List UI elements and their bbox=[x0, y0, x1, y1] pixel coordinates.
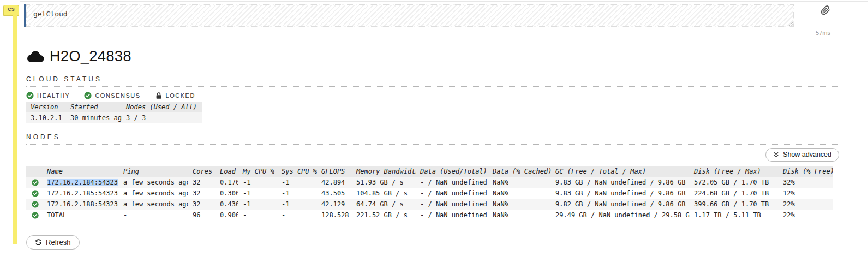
node-gc: 29.49 GB / NaN undefined / 29.58 GB bbox=[551, 210, 690, 221]
node-load: 0.430 bbox=[215, 199, 238, 210]
nodes-heading: NODES bbox=[26, 133, 840, 145]
node-my-cpu: -1 bbox=[238, 177, 277, 188]
nodes-col-disk-free: Disk (% Free) bbox=[779, 166, 833, 177]
nodes-table: Name Ping Cores Load My CPU % Sys CPU % … bbox=[26, 166, 833, 221]
node-mem-bw: 104.85 GB / s bbox=[352, 188, 416, 199]
nodes-col-load: Load bbox=[215, 166, 238, 177]
node-data: - / NaN undefined bbox=[416, 188, 488, 199]
node-disk-free: 32% bbox=[779, 177, 833, 188]
refresh-button[interactable]: Refresh bbox=[26, 235, 80, 250]
node-mem-bw: 221.52 GB / s bbox=[352, 210, 416, 221]
show-advanced-label: Show advanced bbox=[783, 151, 831, 159]
check-circle-icon bbox=[32, 212, 39, 219]
node-cores: 32 bbox=[188, 188, 215, 199]
node-disk: 572.05 GB / 1.70 TB bbox=[690, 177, 779, 188]
node-load: 0.900 bbox=[215, 210, 238, 221]
node-my-cpu: -1 bbox=[238, 188, 277, 199]
node-gc: 9.83 GB / NaN undefined / 9.86 GB bbox=[551, 177, 690, 188]
active-cell-indicator bbox=[13, 15, 17, 244]
cloud-summary-table: Version Started Nodes (Used / All) 3.10.… bbox=[26, 102, 202, 123]
check-circle-icon bbox=[32, 190, 39, 197]
refresh-icon bbox=[35, 239, 42, 246]
table-row: 172.16.2.185:54323 a few seconds ago 32 … bbox=[26, 188, 833, 199]
node-my-cpu: -1 bbox=[238, 199, 277, 210]
chevron-double-down-icon bbox=[773, 152, 779, 158]
node-name: 172.16.2.185:54323 bbox=[47, 189, 118, 197]
badge-label: CONSENSUS bbox=[95, 92, 140, 99]
node-disk-free: 22% bbox=[779, 210, 833, 221]
node-sys-cpu: -1 bbox=[277, 177, 317, 188]
node-mem-bw: 51.93 GB / s bbox=[352, 177, 416, 188]
node-disk: 399.66 GB / 1.70 TB bbox=[690, 199, 779, 210]
node-load: 0.300 bbox=[215, 188, 238, 199]
node-disk: 1.17 TB / 5.11 TB bbox=[690, 210, 779, 221]
node-my-cpu: - bbox=[238, 210, 277, 221]
nodes-col-data-cached: Data (% Cached) bbox=[488, 166, 551, 177]
node-data-cached: NaN% bbox=[488, 177, 551, 188]
summary-col-started: Started bbox=[66, 102, 122, 112]
node-data-cached: NaN% bbox=[488, 199, 551, 210]
node-data: - / NaN undefined bbox=[416, 199, 488, 210]
node-gflops: 43.505 bbox=[317, 188, 352, 199]
execution-time: 57ms bbox=[26, 29, 840, 36]
cloud-title-row: H2O_24838 bbox=[26, 48, 840, 65]
check-circle-icon bbox=[84, 92, 92, 99]
lock-icon bbox=[155, 92, 163, 99]
node-sys-cpu: - bbox=[277, 210, 317, 221]
nodes-col-gc: GC (Free / Total / Max) bbox=[551, 166, 690, 177]
health-badges-row: HEALTHY CONSENSUS LOCKED bbox=[26, 92, 840, 99]
node-status-icon bbox=[26, 199, 43, 210]
cell-type-badge: CS bbox=[3, 5, 19, 16]
summary-nodes: 3 / 3 bbox=[122, 112, 202, 123]
check-circle-icon bbox=[26, 92, 34, 99]
flow-cell: getCloud 57ms H2O_24838 CLOUD STATUS bbox=[26, 0, 840, 250]
table-row: 172.16.2.188:54323 a few seconds ago 32 … bbox=[26, 199, 833, 210]
nodes-col-mem-bw: Memory Bandwidth bbox=[352, 166, 416, 177]
resize-handle[interactable] bbox=[788, 20, 794, 26]
cloud-status-heading: CLOUD STATUS bbox=[26, 75, 840, 87]
node-gc: 9.83 GB / NaN undefined / 9.86 GB bbox=[551, 188, 690, 199]
node-name: 172.16.2.188:54323 bbox=[47, 200, 118, 208]
table-row: TOTAL - 96 0.900 - - 128.528 221.52 GB /… bbox=[26, 210, 833, 221]
paperclip-icon[interactable] bbox=[821, 5, 830, 15]
node-data-cached: NaN% bbox=[488, 188, 551, 199]
node-disk: 224.68 GB / 1.70 TB bbox=[690, 188, 779, 199]
nodes-col-data: Data (Used/Total) bbox=[416, 166, 488, 177]
node-ping: - bbox=[119, 210, 188, 221]
nodes-col-cores: Cores bbox=[188, 166, 215, 177]
node-data: - / NaN undefined bbox=[416, 177, 488, 188]
nodes-col-sys-cpu: Sys CPU % bbox=[277, 166, 317, 177]
page-title: H2O_24838 bbox=[50, 48, 131, 65]
refresh-label: Refresh bbox=[46, 238, 71, 247]
node-ping: a few seconds ago bbox=[119, 177, 188, 188]
nodes-col-status bbox=[26, 166, 43, 177]
status-badge-locked: LOCKED bbox=[155, 92, 195, 99]
code-editor-row: getCloud bbox=[26, 4, 840, 27]
status-badge-consensus: CONSENSUS bbox=[84, 92, 140, 99]
table-row: 172.16.2.184:54323 a few seconds ago 32 … bbox=[26, 177, 833, 188]
node-load: 0.170 bbox=[215, 177, 238, 188]
check-circle-icon bbox=[32, 179, 39, 186]
node-sys-cpu: -1 bbox=[277, 188, 317, 199]
show-advanced-button[interactable]: Show advanced bbox=[765, 148, 839, 162]
nodes-table-body: 172.16.2.184:54323 a few seconds ago 32 … bbox=[26, 177, 833, 221]
badge-label: LOCKED bbox=[166, 92, 195, 99]
nodes-col-my-cpu: My CPU % bbox=[238, 166, 277, 177]
nodes-header-row: Name Ping Cores Load My CPU % Sys CPU % … bbox=[26, 166, 833, 177]
node-data: - / NaN undefined bbox=[416, 210, 488, 221]
status-badge-healthy: HEALTHY bbox=[26, 92, 70, 99]
nodes-col-disk: Disk (Free / Max) bbox=[690, 166, 779, 177]
node-cores: 32 bbox=[188, 177, 215, 188]
nodes-col-ping: Ping bbox=[119, 166, 188, 177]
node-gflops: 42.129 bbox=[317, 199, 352, 210]
summary-col-nodes: Nodes (Used / All) bbox=[122, 102, 202, 112]
summary-header-row: Version Started Nodes (Used / All) bbox=[26, 102, 202, 112]
node-data-cached: NaN% bbox=[488, 210, 551, 221]
summary-col-version: Version bbox=[26, 102, 66, 112]
code-input[interactable]: getCloud bbox=[26, 4, 794, 27]
node-disk-free: 22% bbox=[779, 199, 833, 210]
summary-started: 30 minutes ago bbox=[66, 112, 122, 123]
node-status-icon bbox=[26, 188, 43, 199]
node-name: TOTAL bbox=[47, 211, 67, 219]
cloud-icon bbox=[26, 50, 45, 63]
